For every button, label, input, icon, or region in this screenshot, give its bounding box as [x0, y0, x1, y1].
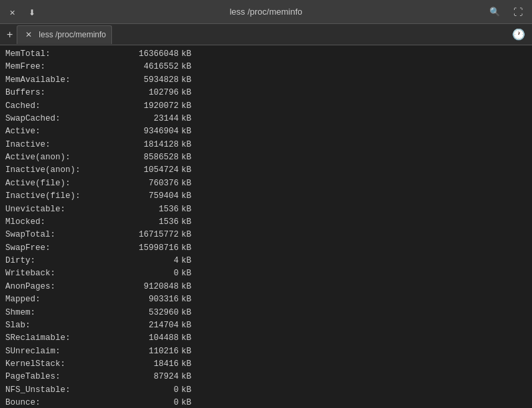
table-row: Shmem:532960kB — [5, 307, 527, 319]
meminfo-unit: kB — [181, 332, 191, 345]
meminfo-unit: kB — [181, 87, 191, 99]
title-bar: less /proc/meminfo 🔍 ⛶ — [0, 0, 532, 24]
history-icon: 🕐 — [512, 29, 525, 40]
tab-bar-actions: 🕐 — [508, 27, 529, 42]
table-row: MemFree:4616552kB — [5, 61, 527, 73]
meminfo-value: 15998716 — [112, 242, 179, 255]
meminfo-key: SwapTotal: — [5, 229, 112, 241]
meminfo-unit: kB — [181, 358, 191, 371]
meminfo-unit: kB — [181, 255, 191, 267]
meminfo-key: Writeback: — [5, 267, 112, 280]
meminfo-value: 23144 — [112, 113, 179, 125]
close-icon — [9, 7, 15, 17]
meminfo-key: Bounce: — [5, 397, 112, 408]
meminfo-unit: kB — [181, 371, 191, 383]
table-row: Cached:1920072kB — [5, 100, 527, 113]
meminfo-value: 18416 — [112, 358, 179, 371]
meminfo-key: MemTotal: — [5, 48, 112, 61]
add-tab-button[interactable]: + — [3, 25, 17, 44]
table-row: Active:9346904kB — [5, 125, 527, 138]
meminfo-unit: kB — [181, 281, 191, 293]
title-bar-right: 🔍 ⛶ — [472, 5, 525, 19]
meminfo-key: KernelStack: — [5, 358, 112, 371]
tab-bar: + ✕ less /proc/meminfo 🕐 — [0, 24, 532, 45]
table-row: SReclaimable:104488kB — [5, 332, 527, 345]
meminfo-value: 1814128 — [112, 139, 179, 151]
download-button[interactable] — [26, 5, 38, 19]
meminfo-value: 0 — [112, 267, 179, 280]
meminfo-value: 759404 — [112, 190, 179, 203]
meminfo-key: SUnreclaim: — [5, 345, 112, 358]
meminfo-value: 1920072 — [112, 100, 179, 113]
close-button[interactable] — [7, 5, 18, 19]
meminfo-key: Unevictable: — [5, 203, 112, 216]
table-row: KernelStack:18416kB — [5, 358, 527, 371]
meminfo-key: MemAvailable: — [5, 74, 112, 87]
meminfo-unit: kB — [181, 177, 191, 190]
table-row: MemTotal:16366048kB — [5, 48, 527, 61]
active-tab[interactable]: ✕ less /proc/meminfo — [17, 25, 112, 44]
meminfo-value: 532960 — [112, 307, 179, 319]
meminfo-unit: kB — [181, 113, 191, 125]
meminfo-value: 102796 — [112, 87, 179, 99]
table-row: Active(file):760376kB — [5, 177, 527, 190]
meminfo-unit: kB — [181, 100, 191, 113]
table-row: SwapCached:23144kB — [5, 113, 527, 125]
table-row: Dirty:4kB — [5, 255, 527, 267]
meminfo-unit: kB — [181, 229, 191, 241]
fullscreen-button[interactable]: ⛶ — [511, 5, 525, 19]
content-area[interactable]: MemTotal:16366048kBMemFree:4616552kBMemA… — [0, 45, 532, 408]
history-button[interactable]: 🕐 — [508, 27, 529, 42]
search-button[interactable]: 🔍 — [487, 5, 503, 18]
table-row: Inactive:1814128kB — [5, 139, 527, 151]
meminfo-key: Shmem: — [5, 307, 112, 319]
meminfo-key: AnonPages: — [5, 281, 112, 293]
meminfo-unit: kB — [181, 307, 191, 319]
meminfo-unit: kB — [181, 74, 191, 87]
meminfo-value: 1054724 — [112, 164, 179, 177]
table-row: SwapFree:15998716kB — [5, 242, 527, 255]
meminfo-value: 110216 — [112, 345, 179, 358]
table-row: Mlocked:1536kB — [5, 216, 527, 229]
add-icon: + — [7, 29, 13, 41]
meminfo-unit: kB — [181, 293, 191, 306]
meminfo-value: 214704 — [112, 319, 179, 332]
meminfo-value: 1536 — [112, 203, 179, 216]
meminfo-key: Mlocked: — [5, 216, 112, 229]
meminfo-value: 903316 — [112, 293, 179, 306]
tab-label: less /proc/meminfo — [39, 30, 106, 39]
table-row: MemAvailable:5934828kB — [5, 74, 527, 87]
meminfo-value: 16366048 — [112, 48, 179, 61]
table-row: Inactive(file):759404kB — [5, 190, 527, 203]
meminfo-unit: kB — [181, 384, 191, 397]
meminfo-key: NFS_Unstable: — [5, 384, 112, 397]
table-row: Unevictable:1536kB — [5, 203, 527, 216]
meminfo-value: 1536 — [112, 216, 179, 229]
meminfo-key: Active(file): — [5, 177, 112, 190]
table-row: Active(anon):8586528kB — [5, 151, 527, 164]
table-row: SUnreclaim:110216kB — [5, 345, 527, 358]
table-row: Writeback:0kB — [5, 267, 527, 280]
meminfo-value: 4 — [112, 255, 179, 267]
table-row: AnonPages:9120848kB — [5, 281, 527, 293]
meminfo-value: 0 — [112, 384, 179, 397]
meminfo-value: 16715772 — [112, 229, 179, 241]
meminfo-key: SReclaimable: — [5, 332, 112, 345]
meminfo-value: 8586528 — [112, 151, 179, 164]
meminfo-key: Buffers: — [5, 87, 112, 99]
meminfo-unit: kB — [181, 190, 191, 203]
meminfo-key: Cached: — [5, 100, 112, 113]
table-row: Mapped:903316kB — [5, 293, 527, 306]
meminfo-unit: kB — [181, 203, 191, 216]
meminfo-unit: kB — [181, 151, 191, 164]
window-title: less /proc/meminfo — [60, 7, 472, 17]
title-bar-left — [7, 5, 60, 19]
meminfo-key: Mapped: — [5, 293, 112, 306]
meminfo-table: MemTotal:16366048kBMemFree:4616552kBMemA… — [5, 48, 527, 408]
meminfo-value: 760376 — [112, 177, 179, 190]
meminfo-key: Inactive(file): — [5, 190, 112, 203]
tab-close-icon: ✕ — [25, 30, 32, 39]
meminfo-key: MemFree: — [5, 61, 112, 73]
tab-close-button[interactable]: ✕ — [23, 29, 35, 41]
meminfo-value: 4616552 — [112, 61, 179, 73]
